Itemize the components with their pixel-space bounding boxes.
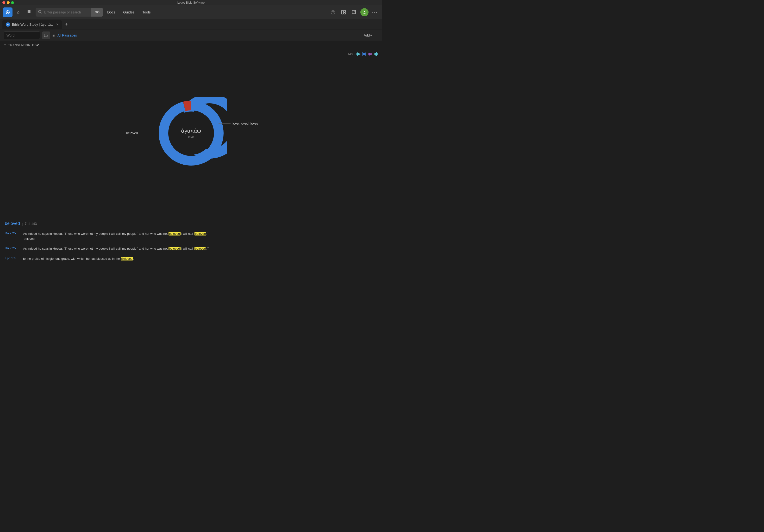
verse-ref[interactable]: Ro 9:25 <box>5 231 19 235</box>
highlight-beloved: beloved <box>168 247 181 250</box>
verse-text: As indeed he says in Hosea, "Those who w… <box>23 231 208 241</box>
translation-chevron[interactable]: ▼ <box>4 44 7 46</box>
highlight-beloved-2: beloved <box>194 247 207 250</box>
verse-item: Eph 1:6 to the praise of his glorious gr… <box>5 254 377 264</box>
add-button[interactable]: Add ▾ <box>364 33 372 37</box>
svg-rect-22 <box>45 35 45 36</box>
keyboard-button[interactable] <box>42 32 50 39</box>
donut-center: ἀγαπάω love <box>181 128 201 138</box>
translation-label: TRANSLATION <box>8 44 31 47</box>
svg-rect-24 <box>47 35 48 36</box>
layout-button[interactable] <box>339 8 348 17</box>
library-icon <box>26 9 32 15</box>
waveform <box>355 52 378 57</box>
window-controls <box>2 1 14 4</box>
toolbar-right: Add ▾ ⋮ <box>364 33 378 38</box>
tab-icon: A <box>6 22 10 27</box>
svg-rect-18 <box>45 34 45 35</box>
app-title: Logos Bible Software <box>177 1 205 4</box>
svg-rect-4 <box>28 10 29 13</box>
go-button[interactable]: GO <box>92 8 103 17</box>
toolbar-more-button[interactable]: ⋮ <box>374 33 378 38</box>
svg-point-14 <box>372 12 373 13</box>
results-word[interactable]: beloved <box>5 221 20 226</box>
waveform-count: 143 <box>347 53 353 56</box>
waveform-area: 143 <box>347 52 378 57</box>
avatar[interactable] <box>360 8 369 16</box>
toolbar: in All Passages Add ▾ ⋮ <box>0 30 382 41</box>
highlight-beloved: beloved <box>168 232 181 235</box>
verse-ref[interactable]: Ro 9:25 <box>5 246 19 250</box>
svg-rect-12 <box>352 10 356 14</box>
search-icon <box>36 10 44 14</box>
nav-right <box>329 8 379 17</box>
results-header: beloved | 7 of 143 <box>5 221 377 226</box>
title-bar: Logos Bible Software <box>0 0 382 5</box>
highlight-beloved-2: beloved <box>194 232 207 235</box>
results-section: beloved | 7 of 143 Ro 9:25 As indeed he … <box>0 217 382 266</box>
minimize-button[interactable] <box>7 1 10 4</box>
svg-rect-19 <box>46 34 46 35</box>
svg-point-15 <box>374 12 375 13</box>
home-button[interactable]: ⌂ <box>13 7 23 17</box>
svg-rect-5 <box>29 10 30 13</box>
verse-list: Ro 9:25 As indeed he says in Hosea, "Tho… <box>5 229 377 264</box>
in-label: in <box>52 33 55 37</box>
verse-text: As indeed he says in Hosea, "Those who w… <box>23 246 209 251</box>
svg-point-8 <box>331 10 335 14</box>
svg-point-16 <box>376 12 377 13</box>
logo-button[interactable] <box>3 7 13 17</box>
translation-bar: ▼ TRANSLATION ESV <box>0 41 382 49</box>
verse-ref[interactable]: Eph 1:6 <box>5 256 19 260</box>
tab-bar: A Bible Word Study | ἀγαπάω × + <box>0 19 382 30</box>
label-love: love, loved, loves <box>219 122 258 125</box>
tools-link[interactable]: Tools <box>139 8 154 16</box>
docs-link[interactable]: Docs <box>104 8 119 16</box>
svg-point-13 <box>364 11 365 12</box>
maximize-button[interactable] <box>11 1 14 4</box>
verse-item: Ro 9:25 As indeed he says in Hosea, "Tho… <box>5 244 377 254</box>
svg-rect-17 <box>44 34 48 37</box>
svg-rect-9 <box>342 10 343 14</box>
close-button[interactable] <box>2 1 5 4</box>
more-button[interactable] <box>370 8 379 17</box>
svg-rect-20 <box>47 34 47 35</box>
verse-text: to the praise of his glorious grace, wit… <box>23 256 134 261</box>
guides-link[interactable]: Guides <box>120 8 138 16</box>
results-count: 7 of 143 <box>25 222 37 226</box>
search-input[interactable] <box>44 10 92 14</box>
svg-rect-6 <box>31 10 31 13</box>
translation-value: ESV <box>32 43 39 47</box>
tab-label: Bible Word Study | ἀγαπάω <box>12 23 53 26</box>
svg-rect-3 <box>27 10 27 13</box>
svg-rect-11 <box>344 13 345 14</box>
active-tab[interactable]: A Bible Word Study | ἀγαπάω × <box>2 20 62 29</box>
label-beloved: beloved <box>126 131 154 135</box>
sync-button[interactable] <box>329 8 337 17</box>
chart-area: 143 beloved <box>0 49 382 217</box>
svg-rect-23 <box>46 36 47 36</box>
main-content: ▼ TRANSLATION ESV 143 beloved <box>0 41 382 266</box>
add-tab-button[interactable]: + <box>63 21 70 28</box>
all-passages-link[interactable]: All Passages <box>58 33 77 37</box>
top-nav: ⌂ GO Docs Guides Tools <box>0 5 382 19</box>
svg-rect-10 <box>344 10 345 12</box>
highlight-beloved: Beloved <box>121 257 133 260</box>
library-button[interactable] <box>24 7 34 17</box>
word-input[interactable] <box>4 32 40 39</box>
search-container: GO <box>36 8 103 17</box>
results-separator: | <box>22 222 23 226</box>
home-icon: ⌂ <box>17 10 20 15</box>
popout-button[interactable] <box>350 8 358 17</box>
verse-item: Ro 9:25 As indeed he says in Hosea, "Tho… <box>5 229 377 244</box>
tab-close-button[interactable]: × <box>56 22 59 27</box>
donut-chart[interactable]: ἀγαπάω love <box>155 97 227 169</box>
